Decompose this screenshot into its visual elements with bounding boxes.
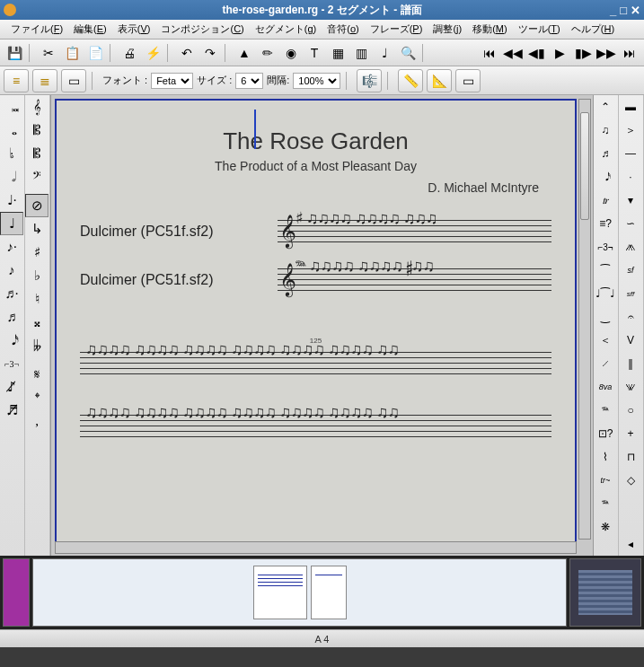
note-breve-icon[interactable]: 𝅜: [0, 95, 23, 118]
redo-button[interactable]: ↷: [199, 42, 221, 64]
breath-icon[interactable]: ,: [25, 409, 49, 433]
note-eighth-dot-icon[interactable]: ♪·: [0, 235, 23, 259]
beam-32-icon[interactable]: 𝅘𝅥𝅯: [594, 165, 617, 189]
note-half-icon[interactable]: 𝅗𝅥: [0, 165, 23, 189]
note-grace-icon[interactable]: ♪̸: [0, 375, 23, 399]
note-grace2-icon[interactable]: ♬̸: [0, 399, 23, 422]
print-button[interactable]: 🖨: [119, 42, 140, 64]
spacing-select[interactable]: 100%: [293, 73, 340, 89]
mini-preview[interactable]: [569, 558, 641, 627]
horizontal-scrollbar[interactable]: [55, 541, 577, 554]
triplet-bracket-icon[interactable]: ⌐3¬: [594, 235, 617, 259]
menu-phrase[interactable]: フレーズ(P): [365, 21, 428, 38]
maximize-button[interactable]: □: [620, 4, 627, 17]
double-sharp-icon[interactable]: 𝄪: [25, 311, 49, 334]
mordent2-icon[interactable]: ⩖: [619, 375, 642, 399]
marcato-icon[interactable]: ＞: [619, 118, 642, 142]
ruler-button[interactable]: 📏: [398, 69, 423, 92]
staff-1[interactable]: 𝄞 ♯ ♫♫♫♫ ♫♫♫♫ ♫♫♫: [278, 213, 551, 250]
segno-icon[interactable]: 𝄋: [25, 363, 49, 386]
fermata-icon[interactable]: 𝄐: [619, 305, 642, 329]
step-forward-button[interactable]: ▮▶: [572, 42, 594, 64]
staff-3[interactable]: ♫♫♫♫ ♫♫♫♫ ♫♫♫♫ ♫♫♫♫ ♫♫♫♫ ♫♫♫♫ ♫♫: [80, 345, 551, 382]
crescendo-icon[interactable]: ＜: [594, 329, 617, 352]
rewind-start-button[interactable]: ⏮: [479, 42, 500, 64]
sf-icon[interactable]: sf: [619, 259, 642, 282]
forward-button[interactable]: ▶▶: [595, 42, 617, 64]
upbow-icon[interactable]: V: [619, 329, 642, 352]
note-quarter-icon[interactable]: ♩: [0, 212, 23, 235]
staccato-icon[interactable]: ·: [619, 165, 642, 189]
sff-icon[interactable]: sff: [619, 282, 642, 305]
flat-icon[interactable]: ♭: [25, 264, 49, 287]
stopped-icon[interactable]: +: [619, 422, 642, 445]
keyboard-tool[interactable]: ▥: [350, 42, 372, 64]
turn-icon[interactable]: ∽: [619, 212, 642, 235]
beam-8-icon[interactable]: ♫: [594, 118, 617, 142]
no-accidental-icon[interactable]: ⊘: [25, 194, 49, 217]
accent-icon[interactable]: ⌃: [594, 95, 617, 118]
page-thumbnail-2[interactable]: [311, 566, 347, 619]
page-thumbnails[interactable]: [32, 558, 567, 627]
note-quarter-dot-icon[interactable]: ♩·: [0, 189, 23, 212]
draw-tool[interactable]: ✏: [257, 42, 278, 64]
harmonic-icon[interactable]: ○: [619, 399, 642, 422]
menu-tools[interactable]: ツール(T): [513, 21, 566, 38]
trill-icon[interactable]: 𝆖: [594, 189, 617, 212]
triplet-3-icon[interactable]: ⌐3¬: [0, 352, 23, 375]
cut-button[interactable]: ✂: [38, 42, 59, 64]
copy-button[interactable]: 📋: [61, 42, 83, 64]
step-back-button[interactable]: ◀▮: [525, 42, 547, 64]
pause-icon[interactable]: ‖: [619, 352, 642, 375]
menu-move[interactable]: 移動(M): [467, 21, 513, 38]
glissando-icon[interactable]: ⟋: [594, 352, 617, 375]
score-canvas[interactable]: The Rose Garden The Product of a Most Pl…: [55, 99, 577, 552]
menu-adjust[interactable]: 調整(j): [428, 21, 467, 38]
note-half-dot-icon[interactable]: 𝅗𝅥·: [0, 142, 23, 165]
vertical-scrollbar[interactable]: [578, 99, 591, 540]
sharp-icon[interactable]: ♯: [25, 241, 49, 264]
font-select[interactable]: Feta: [151, 73, 193, 89]
save-button[interactable]: 💾: [4, 42, 25, 64]
menu-file[interactable]: ファイル(F): [5, 21, 68, 38]
rest-icon[interactable]: ▬: [619, 95, 642, 118]
beam-16-icon[interactable]: ♬: [594, 142, 617, 165]
pedal-mark-icon[interactable]: 𝆮: [594, 492, 617, 515]
slur-down-icon[interactable]: ‿: [594, 305, 617, 329]
erase-tool[interactable]: ◉: [280, 42, 302, 64]
staff-4[interactable]: ♫♫♫♫ ♫♫♫♫ ♫♫♫♫ ♫♫♫♫ ♫♫♫♫ ♫♫♫♫ ♫♫: [80, 408, 551, 445]
layout-continuous-button[interactable]: ≣: [32, 69, 57, 92]
page-thumbnail-1[interactable]: [253, 566, 307, 619]
close-button[interactable]: ✕: [631, 4, 640, 17]
arpeggio-icon[interactable]: ⌇: [594, 445, 617, 469]
downbow-icon[interactable]: ⊓: [619, 445, 642, 469]
text-tool[interactable]: T: [304, 42, 325, 64]
query-region-icon[interactable]: ⊡?: [594, 422, 617, 445]
size-select[interactable]: 6: [235, 73, 263, 89]
mordent-icon[interactable]: ⩕: [619, 235, 642, 259]
menu-notes[interactable]: 音符(o): [322, 21, 364, 38]
menu-composition[interactable]: コンポジション(C): [155, 21, 249, 38]
menu-help[interactable]: ヘルプ(H): [566, 21, 620, 38]
menu-segment[interactable]: セグメント(g): [250, 21, 322, 38]
guitar-chord-tool[interactable]: ▦: [327, 42, 348, 64]
menu-view[interactable]: 表示(V): [112, 21, 156, 38]
clef-switch-button[interactable]: 🎼: [357, 69, 382, 92]
tie-icon[interactable]: ♩⁀♩: [594, 282, 617, 305]
collapse-icon[interactable]: ◂: [619, 532, 642, 556]
layout-linear-button[interactable]: ≡: [4, 69, 29, 92]
track-color-strip[interactable]: [3, 558, 30, 627]
play-button[interactable]: ▶: [549, 42, 570, 64]
velocity-button[interactable]: 📐: [427, 69, 452, 92]
forward-end-button[interactable]: ⏭: [619, 42, 640, 64]
undo-button[interactable]: ↶: [176, 42, 198, 64]
print-preview-button[interactable]: ⚡: [142, 42, 163, 64]
note-16th-dot-icon[interactable]: ♬·: [0, 282, 23, 305]
harmonic2-icon[interactable]: ◇: [619, 469, 642, 492]
note-16th-icon[interactable]: ♬: [0, 305, 23, 329]
pointer-tool[interactable]: ▲: [234, 42, 255, 64]
rewind-button[interactable]: ◀◀: [502, 42, 524, 64]
tremolo-query-icon[interactable]: ≡?: [594, 212, 617, 235]
note-eighth-icon[interactable]: ♪: [0, 259, 23, 282]
zoom-tool[interactable]: 🔍: [397, 42, 419, 64]
